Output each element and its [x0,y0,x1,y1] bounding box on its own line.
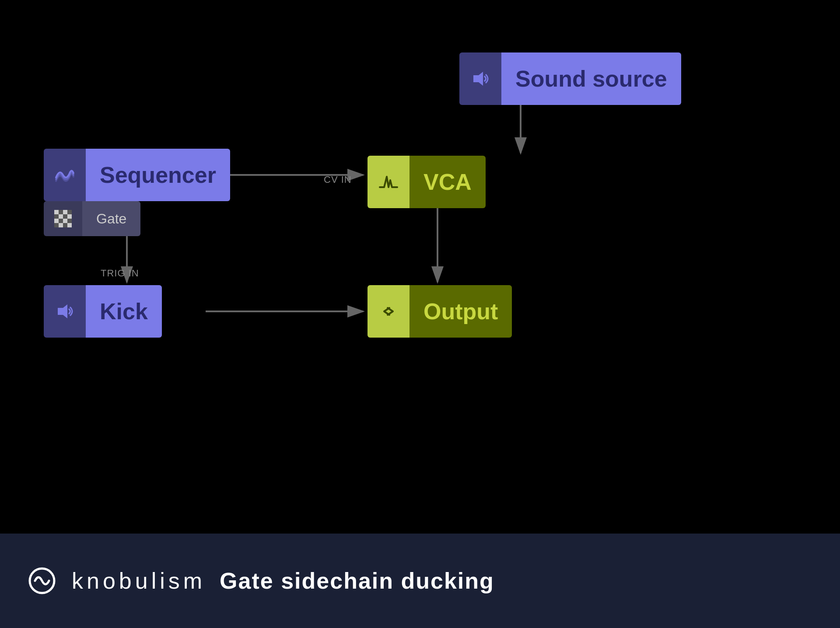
svg-rect-16 [59,219,63,223]
svg-rect-17 [63,219,67,223]
sound-source-node[interactable]: Sound source [459,52,681,105]
sound-source-label: Sound source [501,52,681,105]
svg-rect-22 [67,223,72,227]
knobulism-logo [26,565,58,597]
output-icon [368,285,410,338]
svg-marker-23 [58,304,67,318]
svg-marker-6 [473,72,483,86]
sequencer-label: Sequencer [86,149,230,201]
vca-node[interactable]: VCA [368,156,486,208]
svg-rect-15 [54,219,59,223]
kick-icon [44,285,86,338]
output-label: Output [410,285,512,338]
cv-in-label: CV IN [324,174,352,185]
svg-rect-10 [67,210,72,214]
svg-rect-7 [54,210,59,214]
vca-icon [368,156,410,208]
gate-node[interactable]: Gate [44,201,140,236]
sequencer-node[interactable]: Sequencer [44,149,230,201]
gate-icon [44,201,82,236]
page-title: Gate sidechain ducking [220,568,494,594]
svg-rect-19 [54,223,59,227]
arrows-svg [0,0,840,534]
bottom-bar: knobulism Gate sidechain ducking [0,534,840,628]
svg-rect-21 [63,223,67,227]
output-node[interactable]: Output [368,285,512,338]
svg-rect-18 [67,219,72,223]
svg-rect-14 [67,214,72,219]
gate-label: Gate [82,201,140,236]
svg-rect-11 [54,214,59,219]
svg-rect-13 [63,214,67,219]
main-canvas: CV IN TRIG IN Sound source Sequencer [0,0,840,534]
sound-source-icon [459,52,501,105]
kick-label: Kick [86,285,162,338]
trig-in-label: TRIG IN [101,268,139,279]
svg-rect-9 [63,210,67,214]
sequencer-icon [44,149,86,201]
svg-rect-8 [59,210,63,214]
vca-label: VCA [410,156,486,208]
svg-rect-20 [59,223,63,227]
brand-name: knobulism [72,568,206,594]
kick-node[interactable]: Kick [44,285,162,338]
svg-rect-12 [59,214,63,219]
